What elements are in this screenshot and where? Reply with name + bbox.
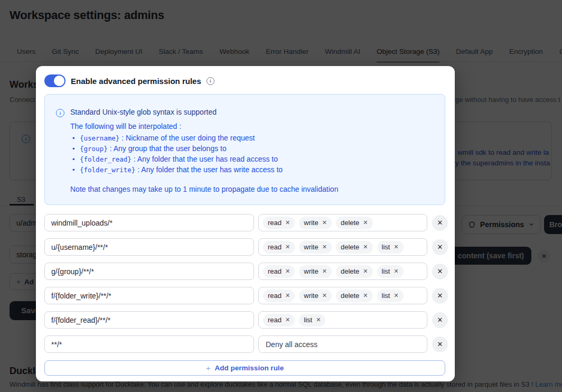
permission-tag-label: write xyxy=(304,292,318,300)
add-permission-rule-button[interactable]: + Add permission rule xyxy=(44,360,445,376)
interpolation-code: {group} xyxy=(80,145,108,153)
bullet-dot: • xyxy=(72,134,80,142)
permission-tag-label: list xyxy=(382,292,390,300)
tag-remove-icon[interactable]: ✕ xyxy=(285,268,290,275)
plus-icon: + xyxy=(206,364,211,372)
permission-tag-label: read xyxy=(268,243,282,251)
permission-tag: delete✕ xyxy=(336,217,373,229)
rule-permissions-box[interactable]: read✕write✕delete✕list✕ xyxy=(258,238,427,256)
remove-rule-button[interactable]: ✕ xyxy=(432,337,448,352)
bullet-item: • {folder_read} : Any folder that the us… xyxy=(72,155,283,165)
tag-remove-icon[interactable]: ✕ xyxy=(322,268,327,275)
permission-rule-row: read✕list✕ ✕ xyxy=(44,311,448,329)
rule-permissions-box[interactable]: read✕write✕delete✕list✕ xyxy=(258,287,427,304)
tag-remove-icon[interactable]: ✕ xyxy=(285,292,290,299)
rule-pattern-input[interactable] xyxy=(44,287,254,304)
bullet-item: • {folder_write} : Any folder that the u… xyxy=(72,165,283,176)
permission-tag-label: read xyxy=(268,219,282,227)
permission-tag: read✕ xyxy=(263,217,295,229)
remove-rule-button[interactable]: ✕ xyxy=(432,239,448,255)
permission-tag: read✕ xyxy=(263,290,295,302)
rule-permissions-box[interactable]: read✕write✕delete✕list✕ xyxy=(258,263,427,280)
permission-tag-label: write xyxy=(304,267,318,275)
permission-tag: write✕ xyxy=(299,241,332,254)
permission-rule-row: read✕write✕delete✕list✕ ✕ xyxy=(44,238,448,256)
enable-advanced-rules-toggle[interactable] xyxy=(44,74,65,87)
tag-remove-icon[interactable]: ✕ xyxy=(322,244,327,250)
permission-rule-row: read✕write✕delete✕ ✕ xyxy=(44,214,448,231)
tag-remove-icon[interactable]: ✕ xyxy=(363,244,368,250)
rule-pattern-input[interactable] xyxy=(44,311,254,329)
permission-tag-label: delete xyxy=(341,292,359,300)
bullet-dot: • xyxy=(72,166,80,174)
permission-tag: delete✕ xyxy=(336,290,373,302)
remove-rule-button[interactable]: ✕ xyxy=(432,288,448,304)
remove-rule-button[interactable]: ✕ xyxy=(432,215,448,231)
permission-tag-label: read xyxy=(268,292,282,300)
permission-rule-row: read✕write✕delete✕list✕ ✕ xyxy=(44,287,448,304)
rule-permissions-box[interactable]: Deny all access xyxy=(258,335,427,353)
interpolation-description: : Any folder that the user has write acc… xyxy=(137,165,283,174)
tag-remove-icon[interactable]: ✕ xyxy=(285,316,290,323)
tag-remove-icon[interactable]: ✕ xyxy=(316,316,321,323)
tag-remove-icon[interactable]: ✕ xyxy=(285,244,290,250)
rule-permissions-box[interactable]: read✕list✕ xyxy=(258,311,427,329)
enable-rules-row: Enable advanced permission rules i xyxy=(44,74,214,87)
permission-tag-label: delete xyxy=(341,243,359,251)
toggle-knob xyxy=(54,76,64,86)
interpolation-bullet-list: • {username} : Nickname of the user doin… xyxy=(72,134,283,176)
remove-rule-button[interactable]: ✕ xyxy=(432,312,448,328)
glob-syntax-info-panel: i Standard Unix-style glob syntax is sup… xyxy=(44,94,445,205)
rule-pattern-input[interactable] xyxy=(44,238,254,256)
tag-remove-icon[interactable]: ✕ xyxy=(322,292,327,299)
tag-remove-icon[interactable]: ✕ xyxy=(363,292,368,299)
rule-pattern-input[interactable] xyxy=(44,214,254,231)
interpolation-description: : Any folder that the user has read acce… xyxy=(134,155,278,163)
interpolation-code: {username} xyxy=(80,134,119,142)
interpolation-description: : Any group that the user belongs to xyxy=(110,144,227,153)
advanced-permission-rules-modal: Enable advanced permission rules i i Sta… xyxy=(36,66,455,381)
bullet-dot: • xyxy=(72,155,80,163)
info-icon: i xyxy=(56,109,64,117)
tag-remove-icon[interactable]: ✕ xyxy=(394,244,398,250)
tag-remove-icon[interactable]: ✕ xyxy=(394,292,398,299)
rule-permissions-box[interactable]: read✕write✕delete✕ xyxy=(258,214,427,231)
permission-rule-row: Deny all access ✕ xyxy=(44,335,448,353)
permission-tag: read✕ xyxy=(263,314,295,326)
cache-note: Note that changes may take up to 1 minut… xyxy=(70,185,338,193)
permission-tag: delete✕ xyxy=(336,241,373,254)
remove-rule-button[interactable]: ✕ xyxy=(432,264,448,279)
interpolation-description: : Nickname of the user doing the request xyxy=(121,134,255,142)
permission-tag-label: write xyxy=(304,219,318,227)
permission-tag: write✕ xyxy=(299,290,332,302)
permission-tag-label: list xyxy=(382,267,390,275)
permission-rules-list: read✕write✕delete✕ ✕ read✕write✕delete✕l… xyxy=(44,214,448,353)
interpolation-code: {folder_write} xyxy=(80,166,135,174)
toggle-label: Enable advanced permission rules xyxy=(71,77,201,86)
permission-rule-row: read✕write✕delete✕list✕ ✕ xyxy=(44,263,448,280)
tag-remove-icon[interactable]: ✕ xyxy=(363,268,368,275)
permission-tag-label: delete xyxy=(341,219,359,227)
tag-remove-icon[interactable]: ✕ xyxy=(322,219,327,226)
permission-tag: read✕ xyxy=(263,241,295,254)
permission-tag: write✕ xyxy=(299,265,332,278)
rule-pattern-input[interactable] xyxy=(44,335,254,353)
rule-pattern-input[interactable] xyxy=(44,263,254,280)
permission-tag-label: read xyxy=(268,267,282,275)
permission-tag: list✕ xyxy=(377,265,404,278)
tag-remove-icon[interactable]: ✕ xyxy=(285,219,290,226)
tag-remove-icon[interactable]: ✕ xyxy=(363,219,368,226)
permission-tag: list✕ xyxy=(377,241,404,254)
permission-tag-label: write xyxy=(304,243,318,251)
bullet-dot: • xyxy=(72,145,80,153)
interpolation-code: {folder_read} xyxy=(80,155,132,163)
info-icon[interactable]: i xyxy=(207,77,214,85)
permission-tag: write✕ xyxy=(299,217,332,229)
add-rule-label: Add permission rule xyxy=(215,364,284,372)
info-title: Standard Unix-style glob syntax is suppo… xyxy=(70,108,217,116)
info-intro: The following will be interpolated : xyxy=(70,122,181,130)
tag-remove-icon[interactable]: ✕ xyxy=(394,268,398,275)
permission-tag-label: list xyxy=(382,243,390,251)
permission-tag-label: delete xyxy=(341,267,359,275)
bullet-item: • {group} : Any group that the user belo… xyxy=(72,144,283,155)
